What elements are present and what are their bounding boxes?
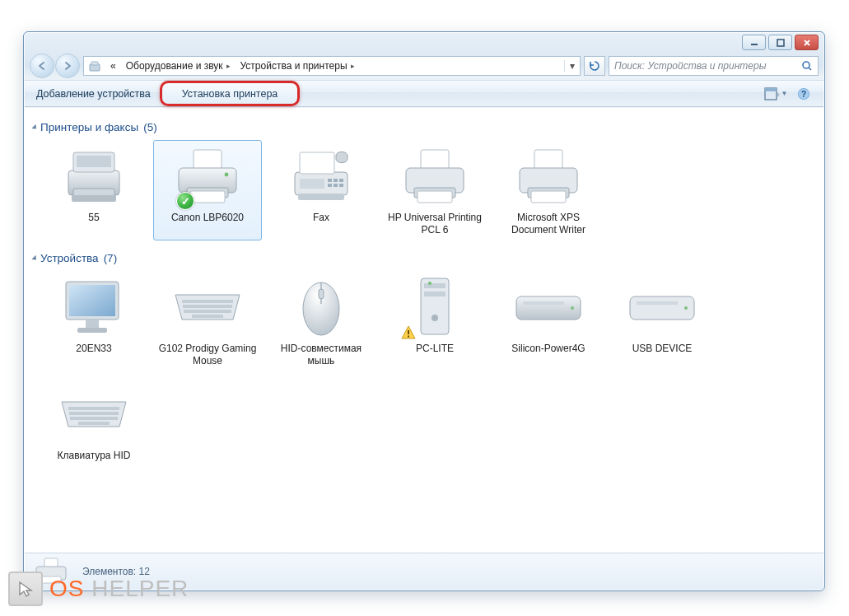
back-button[interactable] xyxy=(30,54,54,78)
svg-point-52 xyxy=(431,315,438,321)
help-button[interactable]: ? xyxy=(791,84,817,104)
svg-point-57 xyxy=(571,306,574,310)
svg-point-59 xyxy=(684,306,688,310)
fax-icon xyxy=(282,144,361,208)
svg-rect-26 xyxy=(328,184,332,187)
device-item[interactable]: Клавиатура HID xyxy=(40,378,148,466)
svg-rect-21 xyxy=(300,152,334,174)
printer-icon: ✓ xyxy=(168,144,247,208)
svg-rect-0 xyxy=(751,44,758,45)
computer-tower-icon xyxy=(395,275,474,339)
disclosure-icon xyxy=(31,124,38,130)
address-bar[interactable]: « Оборудование и звук ▸ Устройства и при… xyxy=(83,56,581,76)
svg-rect-46 xyxy=(192,315,223,318)
add-device-button[interactable]: Добавление устройства xyxy=(25,81,162,106)
svg-point-19 xyxy=(225,173,229,177)
device-item[interactable]: Fax xyxy=(267,140,376,240)
svg-rect-3 xyxy=(91,62,98,65)
device-item[interactable]: Microsoft XPS Document Writer xyxy=(494,140,603,240)
svg-text:?: ? xyxy=(801,90,806,99)
svg-rect-34 xyxy=(534,150,562,170)
svg-rect-43 xyxy=(182,300,233,303)
close-button[interactable] xyxy=(795,35,819,50)
view-options-button[interactable]: ▼ xyxy=(763,84,789,104)
svg-rect-48 xyxy=(319,289,324,299)
window-controls xyxy=(742,35,819,50)
device-item[interactable]: HID-совместимая мышь xyxy=(267,271,376,371)
svg-rect-33 xyxy=(418,191,452,203)
svg-rect-28 xyxy=(339,184,343,187)
svg-rect-27 xyxy=(334,184,338,187)
device-item[interactable]: HP Universal Printing PCL 6 xyxy=(380,140,489,240)
printer-icon xyxy=(54,144,133,208)
svg-rect-18 xyxy=(190,191,225,203)
device-item[interactable]: 55 xyxy=(40,140,148,240)
chevron-right-icon: ▸ xyxy=(226,62,231,70)
svg-rect-41 xyxy=(86,320,99,328)
refresh-button[interactable] xyxy=(584,56,605,76)
svg-rect-54 xyxy=(408,330,409,334)
svg-rect-6 xyxy=(765,88,777,91)
breadcrumb-seg-hardware[interactable]: Оборудование и звук ▸ xyxy=(121,57,236,75)
chevron-down-icon: ▾ xyxy=(570,60,575,72)
device-item[interactable]: 20EN33 xyxy=(40,271,148,371)
svg-rect-30 xyxy=(421,150,449,170)
svg-rect-22 xyxy=(300,179,324,189)
svg-rect-25 xyxy=(339,179,343,182)
breadcrumb-chevrons[interactable]: « xyxy=(105,57,121,75)
device-item[interactable]: USB DEVICE xyxy=(608,271,716,371)
forward-button[interactable] xyxy=(55,54,80,78)
svg-rect-56 xyxy=(523,301,564,305)
svg-rect-15 xyxy=(194,150,222,170)
device-item[interactable]: G102 Prodigy Gaming Mouse xyxy=(153,271,262,371)
search-input[interactable]: Поиск: Устройства и принтеры xyxy=(609,56,819,76)
svg-rect-29 xyxy=(298,194,344,200)
devices-group: 20EN33 G102 Prodigy Gaming Mouse xyxy=(26,271,822,473)
svg-rect-12 xyxy=(77,156,111,167)
svg-point-53 xyxy=(428,282,431,285)
chevron-right-icon: ▸ xyxy=(351,62,355,70)
group-header-printers[interactable]: Принтеры и факсы (5) xyxy=(26,116,822,140)
device-item[interactable]: PC-LITE xyxy=(380,271,489,371)
svg-rect-14 xyxy=(72,195,116,202)
drive-icon xyxy=(623,275,702,339)
explorer-window: « Оборудование и звук ▸ Устройства и при… xyxy=(23,31,825,591)
watermark: OS HELPER xyxy=(8,572,189,606)
svg-point-4 xyxy=(803,62,809,68)
help-icon: ? xyxy=(797,87,810,100)
svg-rect-37 xyxy=(531,191,566,203)
location-icon xyxy=(87,58,102,73)
printer-icon xyxy=(509,144,588,208)
printer-icon xyxy=(395,144,474,208)
minimize-button[interactable] xyxy=(742,35,766,50)
svg-rect-58 xyxy=(637,301,678,305)
double-chevron-icon: « xyxy=(110,60,116,72)
maximize-button[interactable] xyxy=(768,35,792,50)
disclosure-icon xyxy=(31,254,38,261)
svg-rect-24 xyxy=(334,179,338,182)
group-header-devices[interactable]: Устройства (7) xyxy=(26,247,822,271)
warning-badge xyxy=(400,324,417,341)
default-check-badge: ✓ xyxy=(176,192,194,210)
chevron-down-icon: ▼ xyxy=(781,90,788,97)
view-icon xyxy=(764,87,781,100)
address-bar-row: « Оборудование и звук ▸ Устройства и при… xyxy=(30,54,819,77)
device-item[interactable]: Silicon-Power4G xyxy=(494,271,603,371)
mouse-icon xyxy=(282,275,361,339)
refresh-icon xyxy=(589,60,600,72)
breadcrumb-seg-devices[interactable]: Устройства и принтеры ▸ xyxy=(236,57,360,75)
device-item[interactable]: ✓ Canon LBP6020 xyxy=(153,140,262,240)
address-dropdown[interactable]: ▾ xyxy=(564,60,580,72)
command-toolbar: Добавление устройства Установка принтера… xyxy=(25,80,823,107)
add-printer-button[interactable]: Установка принтера xyxy=(160,81,301,106)
svg-rect-40 xyxy=(69,285,115,316)
svg-rect-50 xyxy=(424,283,445,288)
svg-rect-23 xyxy=(328,179,332,182)
svg-rect-45 xyxy=(184,310,231,313)
svg-rect-61 xyxy=(69,412,119,415)
printers-group: 55 ✓ Canon LBP6020 xyxy=(26,140,822,247)
keyboard-icon xyxy=(54,382,133,446)
content-area: Принтеры и факсы (5) 55 xyxy=(25,108,823,553)
svg-rect-63 xyxy=(78,422,110,425)
keyboard-icon xyxy=(168,275,247,339)
